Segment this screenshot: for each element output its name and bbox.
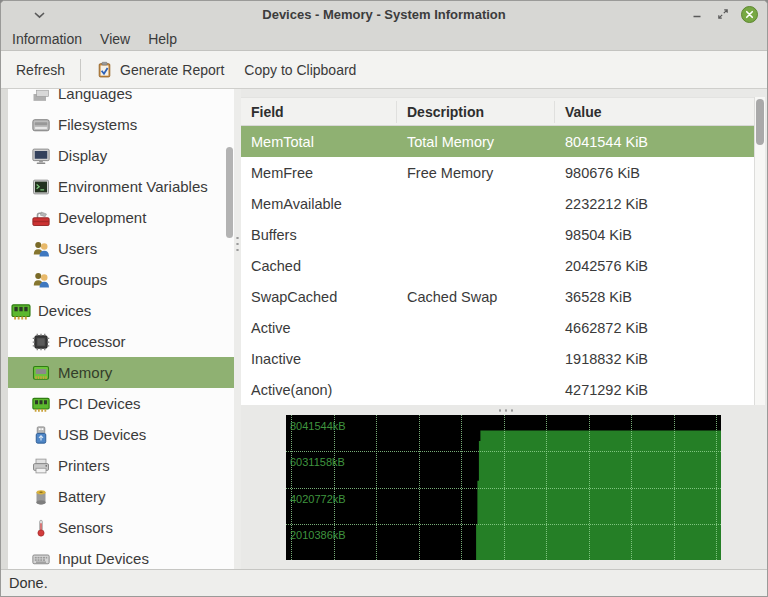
- pci-devices-icon: [31, 394, 51, 414]
- sidebar-item-users[interactable]: Users: [8, 233, 234, 264]
- cell-value: 4662872 KiB: [555, 320, 754, 336]
- menu-view[interactable]: View: [91, 27, 139, 51]
- table-scrollbar-track[interactable]: [754, 97, 765, 405]
- window-menu-icon[interactable]: [33, 8, 46, 21]
- horizontal-pane-splitter[interactable]: [241, 406, 768, 415]
- usb-devices-icon: [31, 425, 51, 445]
- sidebar-item-label: Devices: [38, 302, 91, 319]
- column-header-description[interactable]: Description: [397, 101, 555, 123]
- cell-value: 36528 KiB: [555, 289, 754, 305]
- sidebar-item-label: Input Devices: [58, 550, 149, 567]
- sidebar-item-development[interactable]: Development: [8, 202, 234, 233]
- memory-usage-graph: 8041544kB6031158kB4020772kB2010386kB: [286, 415, 721, 560]
- table-scrollbar-thumb[interactable]: [756, 99, 764, 145]
- generate-report-button[interactable]: Generate Report: [86, 55, 234, 85]
- y-axis-label: 4020772kB: [290, 494, 346, 505]
- sidebar-item-environment-variables[interactable]: Environment Variables: [8, 171, 234, 202]
- battery-icon: [31, 487, 51, 507]
- sidebar-item-usb-devices[interactable]: USB Devices: [8, 419, 234, 450]
- table-row-cached[interactable]: Cached2042576 KiB: [241, 250, 754, 281]
- statusbar: Done.: [1, 569, 767, 596]
- cell-value: 1918832 KiB: [555, 351, 754, 367]
- cell-field: Cached: [241, 258, 397, 274]
- sidebar-item-groups[interactable]: Groups: [8, 264, 234, 295]
- table-row-buffers[interactable]: Buffers98504 KiB: [241, 219, 754, 250]
- table-row-active[interactable]: Active4662872 KiB: [241, 312, 754, 343]
- chart-horizontal-gridline: [286, 488, 721, 489]
- titlebar: Devices - Memory - System Information: [1, 1, 767, 27]
- cell-value: 2042576 KiB: [555, 258, 754, 274]
- sidebar-item-label: Environment Variables: [58, 178, 208, 195]
- sidebar-item-input-devices[interactable]: Input Devices: [8, 543, 234, 569]
- sidebar-item-pci-devices[interactable]: PCI Devices: [8, 388, 234, 419]
- vertical-pane-splitter[interactable]: [234, 89, 241, 569]
- sidebar-item-label: Users: [58, 240, 97, 257]
- sidebar-item-label: Processor: [58, 333, 126, 350]
- column-header-field[interactable]: Field: [241, 101, 397, 123]
- table-body: MemTotalTotal Memory8041544 KiBMemFreeFr…: [241, 126, 754, 405]
- cell-description: Cached Swap: [397, 289, 555, 305]
- y-axis-label: 2010386kB: [290, 530, 346, 541]
- minimize-icon[interactable]: [689, 7, 704, 22]
- y-axis-label: 6031158kB: [290, 457, 345, 468]
- window-title: Devices - Memory - System Information: [61, 1, 707, 27]
- sidebar-item-battery[interactable]: Battery: [8, 481, 234, 512]
- splitter-handle-dots: [497, 409, 514, 412]
- sidebar-item-label: USB Devices: [58, 426, 146, 443]
- sidebar-list: LanguagesFilesystemsDisplayEnvironment V…: [8, 89, 234, 569]
- close-icon[interactable]: [741, 6, 758, 23]
- table-header: Field Description Value: [241, 98, 754, 126]
- sidebar-item-filesystems[interactable]: Filesystems: [8, 109, 234, 140]
- cell-value: 8041544 KiB: [555, 134, 754, 150]
- table-row-active-anon[interactable]: Active(anon)4271292 KiB: [241, 374, 754, 405]
- app-window: Devices - Memory - System Information In…: [0, 0, 768, 597]
- restore-icon[interactable]: [715, 7, 730, 22]
- sidebar-item-languages[interactable]: Languages: [8, 89, 234, 109]
- sidebar-item-printers[interactable]: Printers: [8, 450, 234, 481]
- menubar: Information View Help: [1, 27, 767, 51]
- sidebar: LanguagesFilesystemsDisplayEnvironment V…: [8, 89, 234, 569]
- users-icon: [31, 239, 51, 259]
- sidebar-item-display[interactable]: Display: [8, 140, 234, 171]
- sidebar-item-memory[interactable]: Memory: [8, 357, 234, 388]
- cell-description: Total Memory: [397, 134, 555, 150]
- sidebar-item-devices[interactable]: Devices: [8, 295, 234, 326]
- table-row-memfree[interactable]: MemFreeFree Memory980676 KiB: [241, 157, 754, 188]
- memory-icon: [31, 363, 51, 383]
- sidebar-item-sensors[interactable]: Sensors: [8, 512, 234, 543]
- sidebar-item-processor[interactable]: Processor: [8, 326, 234, 357]
- cell-field: SwapCached: [241, 289, 397, 305]
- cell-value: 98504 KiB: [555, 227, 754, 243]
- table-row-memtotal[interactable]: MemTotalTotal Memory8041544 KiB: [241, 126, 754, 157]
- cell-field: Active(anon): [241, 382, 397, 398]
- info-table: Field Description Value MemTotalTotal Me…: [241, 97, 754, 405]
- sidebar-item-label: Languages: [58, 89, 132, 102]
- processor-icon: [31, 332, 51, 352]
- main-area: LanguagesFilesystemsDisplayEnvironment V…: [1, 89, 767, 569]
- chart-horizontal-gridline: [286, 524, 721, 525]
- content-pane: Field Description Value MemTotalTotal Me…: [241, 89, 768, 569]
- copy-to-clipboard-button[interactable]: Copy to Clipboard: [234, 55, 366, 85]
- window-controls: [689, 1, 758, 27]
- input-devices-icon: [31, 549, 51, 569]
- refresh-button[interactable]: Refresh: [6, 55, 75, 85]
- table-row-memavailable[interactable]: MemAvailable2232212 KiB: [241, 188, 754, 219]
- table-row-swapcached[interactable]: SwapCachedCached Swap36528 KiB: [241, 281, 754, 312]
- sidebar-item-label: Memory: [58, 364, 112, 381]
- menu-help[interactable]: Help: [139, 27, 186, 51]
- groups-icon: [31, 270, 51, 290]
- sidebar-item-label: Filesystems: [58, 116, 137, 133]
- sensors-icon: [31, 518, 51, 538]
- environment-variables-icon: [31, 177, 51, 197]
- cell-description: Free Memory: [397, 165, 555, 181]
- table-row-inactive[interactable]: Inactive1918832 KiB: [241, 343, 754, 374]
- clipboard-check-icon: [96, 61, 113, 78]
- cell-field: Inactive: [241, 351, 397, 367]
- cell-value: 4271292 KiB: [555, 382, 754, 398]
- development-icon: [31, 208, 51, 228]
- menu-information[interactable]: Information: [3, 27, 91, 51]
- column-header-value[interactable]: Value: [555, 104, 754, 120]
- sidebar-scrollbar[interactable]: [226, 147, 233, 238]
- sidebar-item-label: Battery: [58, 488, 106, 505]
- filesystems-icon: [31, 115, 51, 135]
